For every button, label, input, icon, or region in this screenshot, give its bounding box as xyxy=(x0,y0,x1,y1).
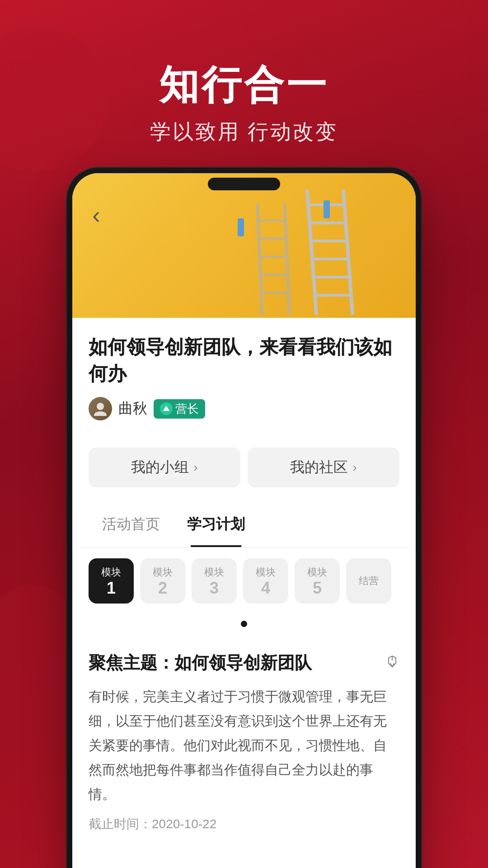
module-num-5: 5 xyxy=(313,579,322,597)
deadline-text: 截止时间：2020-10-22 xyxy=(89,816,399,833)
article-title: 如何领导创新团队，来看看我们该如何办 xyxy=(89,334,399,387)
nav-buttons: 我的小组 › 我的社区 › xyxy=(72,439,416,496)
avatar xyxy=(89,397,112,420)
main-section: 聚焦主题：如何领导创新团队 有时候，完美主义者过于习惯于微观管理，事无巨细，以至… xyxy=(72,635,416,849)
tape-mark-2 xyxy=(238,218,244,236)
my-community-button[interactable]: 我的社区 › xyxy=(248,448,399,487)
phone-notch xyxy=(208,178,280,190)
module-num-4: 4 xyxy=(261,579,270,597)
section-body: 有时候，完美主义者过于习惯于微观管理，事无巨细，以至于他们甚至没有意识到这个世界… xyxy=(89,684,399,807)
module-label-1: 模块 xyxy=(101,566,121,579)
svg-marker-16 xyxy=(163,406,169,411)
tabs-bar: 活动首页 学习计划 xyxy=(72,502,416,547)
badge-icon xyxy=(160,402,173,415)
my-community-label: 我的社区 xyxy=(290,458,348,477)
phone-wrapper: 如何领导创新团队，来看看我们该如何办 曲秋 营长 xyxy=(0,173,488,868)
module-label-3: 模块 xyxy=(204,566,224,579)
module-label-closing: 结营 xyxy=(359,574,379,588)
author-row: 曲秋 营长 xyxy=(89,397,399,420)
module-label-2: 模块 xyxy=(153,566,173,579)
module-tabs: 模块 1 模块 2 模块 3 模块 4 模块 5 结营 xyxy=(72,547,416,616)
section-title: 聚焦主题：如何领导创新团队 xyxy=(89,651,312,675)
dot-indicator xyxy=(72,616,416,630)
module-tab-3[interactable]: 模块 3 xyxy=(192,558,237,604)
module-num-2: 2 xyxy=(158,579,167,597)
tab-study-plan[interactable]: 学习计划 xyxy=(174,502,258,547)
author-name: 曲秋 xyxy=(118,399,147,419)
phone-mockup: 如何领导创新团队，来看看我们该如何办 曲秋 营长 xyxy=(72,173,416,868)
hero-title: 知行合一 xyxy=(0,63,488,107)
banner-area xyxy=(72,173,416,318)
module-tab-2[interactable]: 模块 2 xyxy=(140,558,185,604)
ladder-left xyxy=(226,200,316,318)
back-button[interactable] xyxy=(85,204,108,226)
sub-section: 了解创新团队 xyxy=(72,854,416,868)
svg-point-15 xyxy=(97,403,104,410)
author-badge: 营长 xyxy=(154,399,205,419)
hero-subtitle: 学以致用 行动改变 xyxy=(0,118,488,146)
module-tab-1[interactable]: 模块 1 xyxy=(89,558,134,604)
module-num-3: 3 xyxy=(210,579,219,597)
active-dot xyxy=(241,621,247,627)
my-group-button[interactable]: 我的小组 › xyxy=(89,448,240,487)
share-icon[interactable] xyxy=(385,654,399,673)
tab-activity-home[interactable]: 活动首页 xyxy=(89,502,174,547)
module-tab-5[interactable]: 模块 5 xyxy=(295,558,340,604)
my-group-label: 我的小组 xyxy=(131,458,189,477)
module-tab-closing[interactable]: 结营 xyxy=(346,558,391,604)
module-label-5: 模块 xyxy=(307,566,327,579)
badge-text: 营长 xyxy=(175,401,199,417)
tape-mark-1 xyxy=(324,200,330,218)
tab-study-plan-label: 学习计划 xyxy=(187,516,245,532)
module-num-1: 1 xyxy=(107,579,116,597)
article-header: 如何领导创新团队，来看看我们该如何办 曲秋 营长 xyxy=(72,318,416,434)
hero-section: 知行合一 学以致用 行动改变 xyxy=(0,0,488,173)
my-community-arrow: › xyxy=(352,460,357,475)
section-title-row: 聚焦主题：如何领导创新团队 xyxy=(89,651,399,675)
module-label-4: 模块 xyxy=(256,566,276,579)
module-tab-4[interactable]: 模块 4 xyxy=(243,558,288,604)
tab-activity-home-label: 活动首页 xyxy=(102,516,160,532)
phone-topbar xyxy=(72,173,416,195)
my-group-arrow: › xyxy=(193,460,197,475)
